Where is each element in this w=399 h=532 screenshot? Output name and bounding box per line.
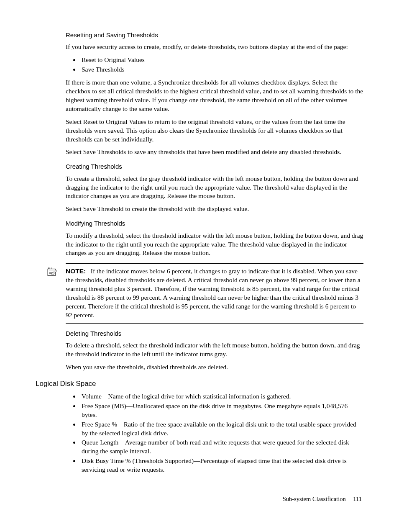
note-body: If the indicator moves below 6 percent, …: [66, 267, 361, 319]
list-item: Save Thresholds: [80, 65, 363, 74]
para: Select Save Threshold to create the thre…: [66, 205, 363, 213]
heading-resetting-saving: Resetting and Saving Thresholds: [66, 31, 363, 39]
note-label: NOTE:: [66, 267, 86, 275]
list-item: Disk Busy Time % (Thresholds Supported)—…: [80, 457, 363, 474]
button-list: Reset to Original Values Save Thresholds: [66, 56, 363, 74]
list-item: Free Space %—Ratio of the free space ava…: [80, 420, 363, 438]
heading-modifying: Modifying Thresholds: [66, 219, 363, 228]
para: To create a threshold, select the gray t…: [66, 175, 363, 201]
para: Select Reset to Original Values to retur…: [66, 118, 363, 144]
list-item: Reset to Original Values: [80, 56, 363, 64]
note-block: NOTE: If the indicator moves below 6 per…: [66, 263, 363, 324]
list-item: Queue Length—Average number of both read…: [80, 438, 363, 456]
heading-logical-disk-space: Logical Disk Space: [36, 379, 363, 389]
para: To modify a threshold, select the thresh…: [66, 231, 363, 258]
para: If there is more than one volume, a Sync…: [66, 78, 363, 113]
page-number: 111: [353, 496, 362, 502]
page-footer: Sub-system Classification 111: [36, 495, 363, 504]
heading-creating: Creating Thresholds: [66, 162, 363, 171]
footer-section: Sub-system Classification: [283, 496, 346, 502]
list-item: Free Space (MB)—Unallocated space on the…: [80, 402, 363, 419]
note-text: NOTE: If the indicator moves below 6 per…: [66, 267, 363, 320]
disk-space-list: Volume—Name of the logical drive for whi…: [66, 392, 363, 474]
para: If you have security access to create, m…: [66, 43, 363, 51]
para: When you save the thresholds, disabled t…: [66, 363, 363, 372]
para: To delete a threshold, select the thresh…: [66, 341, 363, 359]
para: Select Save Thresholds to save any thres…: [66, 148, 363, 157]
list-item: Volume—Name of the logical drive for whi…: [80, 392, 363, 401]
note-pencil-icon: [46, 266, 57, 277]
heading-deleting: Deleting Thresholds: [66, 329, 363, 338]
